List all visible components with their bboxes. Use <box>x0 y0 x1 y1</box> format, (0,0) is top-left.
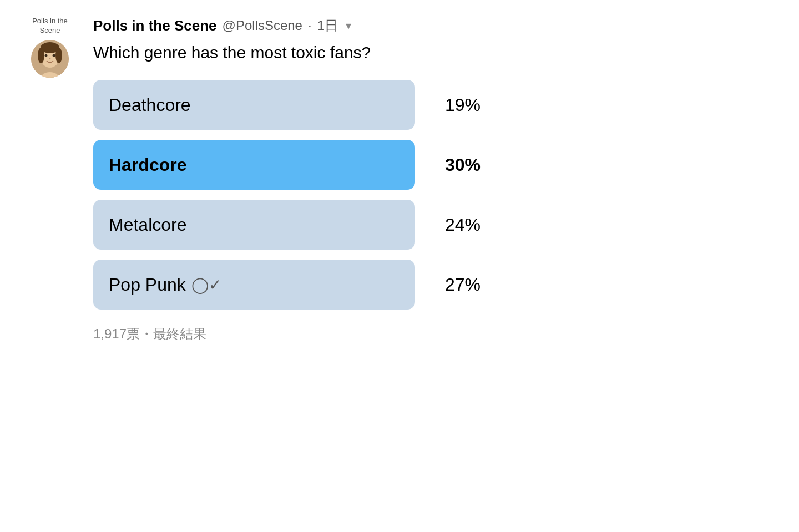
poll-option-label: Pop Punk <box>109 275 186 295</box>
poll-option-row: Metalcore 24% <box>93 200 777 250</box>
poll-percentage-deathcore: 19% <box>431 95 481 115</box>
tweet-time: 1日 <box>317 17 338 34</box>
chevron-down-icon[interactable]: ▾ <box>346 19 351 32</box>
avatar-section: Polls in the Scene <box>22 17 78 78</box>
svg-point-5 <box>55 48 62 63</box>
avatar[interactable] <box>31 40 69 78</box>
account-handle[interactable]: @PollsScene <box>222 18 302 33</box>
poll-question: Which genre has the most toxic fans? <box>93 41 777 64</box>
poll-percentage-hardcore: 30% <box>431 155 481 175</box>
poll-footer: 1,917票・最終結果 <box>93 325 777 343</box>
poll-bar-metalcore[interactable]: Metalcore <box>93 200 415 250</box>
poll-option-row: Pop Punk ◯✓ 27% <box>93 260 777 310</box>
poll-percentage-metalcore: 24% <box>431 215 481 235</box>
poll-percentage-pop-punk: 27% <box>431 275 481 295</box>
poll-option-row: Hardcore 30% <box>93 140 777 190</box>
poll-options: Deathcore 19% Hardcore 30% Metalcore 24% <box>93 80 777 310</box>
poll-option-label: Hardcore <box>109 155 187 175</box>
check-circle-icon: ◯✓ <box>191 276 221 294</box>
poll-option-row: Deathcore 19% <box>93 80 777 130</box>
svg-point-6 <box>45 54 48 57</box>
poll-bar-pop-punk[interactable]: Pop Punk ◯✓ <box>93 260 415 310</box>
poll-bar-deathcore[interactable]: Deathcore <box>93 80 415 130</box>
poll-option-label: Deathcore <box>109 95 191 115</box>
account-name[interactable]: Polls in the Scene <box>93 17 217 34</box>
tweet-container: Polls in the Scene <box>22 17 777 343</box>
svg-point-4 <box>38 48 44 63</box>
tweet-content: Polls in the Scene @PollsScene · 1日 ▾ Wh… <box>93 17 777 343</box>
svg-point-7 <box>53 54 55 57</box>
tweet-header: Polls in the Scene @PollsScene · 1日 ▾ <box>93 17 777 34</box>
avatar-label: Polls in the Scene <box>32 17 68 36</box>
poll-option-label: Metalcore <box>109 215 187 235</box>
poll-bar-hardcore[interactable]: Hardcore <box>93 140 415 190</box>
tweet-dot: · <box>308 18 312 33</box>
